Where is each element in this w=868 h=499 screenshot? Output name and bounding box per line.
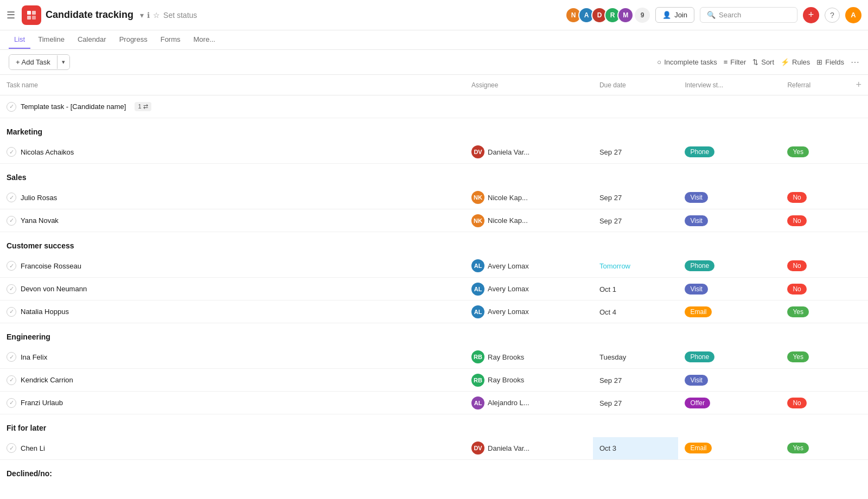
col-header-task: Task name — [0, 75, 465, 95]
assignee-name: Avery Lomax — [488, 308, 529, 316]
referral-badge: No — [787, 192, 806, 203]
assignee-name: Daniela Var... — [488, 444, 529, 452]
task-name-cell: ✓ Yana Novak — [0, 209, 465, 232]
check-icon[interactable]: ✓ — [7, 284, 16, 294]
assignee-avatar: NK — [471, 191, 484, 204]
table-row: ✓ Yana Novak NK Nicole Kap... Sep 27 Vis… — [0, 209, 868, 232]
assignee-avatar: AL — [471, 283, 484, 296]
assignee-cell: NK Nicole Kap... — [465, 209, 593, 232]
rules-icon: ⚡ — [781, 58, 789, 66]
assignee-cell: AL Avery Lomax — [465, 278, 593, 300]
check-icon[interactable]: ✓ — [7, 261, 16, 271]
rules-button[interactable]: ⚡ Rules — [781, 58, 810, 66]
project-title: Candidate tracking — [46, 9, 133, 21]
table-row: ✓ Devon von Neumann AL Avery Lomax Oct 1… — [0, 278, 868, 300]
check-icon[interactable]: ✓ — [7, 147, 16, 157]
col-header-referral: Referral — [781, 75, 849, 95]
col-add-button[interactable]: + — [849, 75, 868, 95]
referral-cell: No — [781, 255, 849, 278]
section-row: Sales — [0, 164, 868, 187]
referral-badge: Yes — [787, 146, 809, 157]
assignee-name: Ray Brooks — [488, 376, 524, 384]
table-row: ✓ Kendrick Carrion RB Ray Brooks Sep 27 … — [0, 369, 868, 392]
table-row: ✓ Chen Li DV Daniela Var... Oct 3 Email … — [0, 437, 868, 460]
sort-button[interactable]: ⇅ Sort — [752, 58, 774, 66]
sort-icon: ⇅ — [752, 58, 758, 66]
task-name-cell: ✓ Julio Rosas — [0, 187, 465, 209]
check-icon[interactable]: ✓ — [7, 375, 16, 385]
check-icon[interactable]: ✓ — [7, 102, 16, 112]
interview-cell: Phone — [678, 255, 781, 278]
svg-rect-1 — [32, 11, 36, 15]
task-name: Devon von Neumann — [21, 285, 87, 293]
interview-cell: Visit — [678, 209, 781, 232]
assignee-avatar: NK — [471, 214, 484, 227]
star-icon[interactable]: ☆ — [153, 11, 160, 20]
task-name: Francoise Rosseau — [21, 262, 81, 270]
check-icon[interactable]: ✓ — [7, 307, 16, 317]
table-row: ✓ Julio Rosas NK Nicole Kap... Sep 27 Vi… — [0, 187, 868, 209]
tab-forms[interactable]: Forms — [155, 31, 186, 49]
interview-cell: Email — [678, 437, 781, 460]
referral-cell: No — [781, 209, 849, 232]
avatar: M — [617, 7, 634, 23]
incomplete-tasks-button[interactable]: ○ Incomplete tasks — [657, 58, 717, 66]
add-task-dropdown[interactable]: ▾ — [57, 55, 69, 69]
avatar-count: 9 — [635, 8, 650, 23]
fields-button[interactable]: ⊞ Fields — [816, 58, 844, 66]
task-name-cell: ✓ Natalia Hoppus — [0, 300, 465, 323]
interview-badge: Email — [685, 443, 712, 453]
tab-progress[interactable]: Progress — [114, 31, 153, 49]
referral-cell: Yes — [781, 300, 849, 323]
task-name: Ina Felix — [21, 353, 47, 361]
check-icon[interactable]: ✓ — [7, 193, 16, 202]
assignee-cell — [465, 95, 593, 118]
hamburger-icon[interactable]: ☰ — [7, 9, 15, 21]
referral-badge: Yes — [787, 306, 809, 317]
set-status[interactable]: Set status — [163, 11, 197, 20]
user-avatar[interactable]: A — [845, 7, 861, 23]
task-name: Chen Li — [21, 444, 45, 452]
due-date: Sep 27 — [599, 217, 622, 225]
filter-icon: ≡ — [724, 58, 728, 66]
task-badge: 1 ⇄ — [135, 102, 151, 111]
task-name: Nicolas Achaikos — [21, 148, 74, 156]
more-dots[interactable]: ⋯ — [851, 57, 859, 67]
help-button[interactable]: ? — [825, 8, 840, 23]
task-name-cell: ✓ Kendrick Carrion — [0, 369, 465, 392]
task-name: Yana Novak — [21, 216, 59, 225]
tab-more[interactable]: More... — [188, 31, 221, 49]
dropdown-icon[interactable]: ▾ — [140, 11, 144, 20]
due-date: Sep 27 — [599, 148, 622, 156]
check-icon[interactable]: ✓ — [7, 443, 16, 453]
interview-badge: Phone — [685, 351, 714, 362]
due-date: Oct 3 — [599, 444, 616, 452]
join-button[interactable]: 👤 Join — [655, 7, 694, 23]
info-icon[interactable]: ℹ — [147, 11, 150, 20]
check-icon[interactable]: ✓ — [7, 398, 16, 408]
table-row: ✓ Nicolas Achaikos DV Daniela Var... Sep… — [0, 141, 868, 164]
extra-cell — [849, 141, 868, 164]
search-box[interactable]: 🔍 Search — [700, 7, 797, 23]
referral-badge: No — [787, 215, 806, 226]
tab-timeline[interactable]: Timeline — [33, 31, 70, 49]
avatars-group: N A D R M 9 — [565, 7, 650, 23]
check-icon[interactable]: ✓ — [7, 352, 16, 362]
check-icon[interactable]: ✓ — [7, 216, 16, 226]
plus-button[interactable]: + — [803, 7, 819, 23]
top-header: ☰ Candidate tracking ▾ ℹ ☆ Set status N … — [0, 0, 868, 30]
add-task-button[interactable]: + Add Task ▾ — [9, 54, 70, 70]
assignee-name: Daniela Var... — [488, 148, 529, 156]
referral-cell: No — [781, 392, 849, 414]
interview-badge: Visit — [685, 375, 707, 386]
tab-list[interactable]: List — [9, 31, 30, 49]
interview-badge: Email — [685, 306, 712, 317]
due-date: Oct 1 — [599, 285, 616, 293]
filter-button[interactable]: ≡ Filter — [724, 58, 746, 66]
section-row: Declined/no: — [0, 460, 868, 483]
add-task-main[interactable]: + Add Task — [9, 55, 57, 69]
referral-cell: No — [781, 187, 849, 209]
extra-cell — [849, 300, 868, 323]
tab-calendar[interactable]: Calendar — [72, 31, 112, 49]
table-row: ✓ Franzi Urlaub AL Alejandro L... Sep 27… — [0, 392, 868, 414]
